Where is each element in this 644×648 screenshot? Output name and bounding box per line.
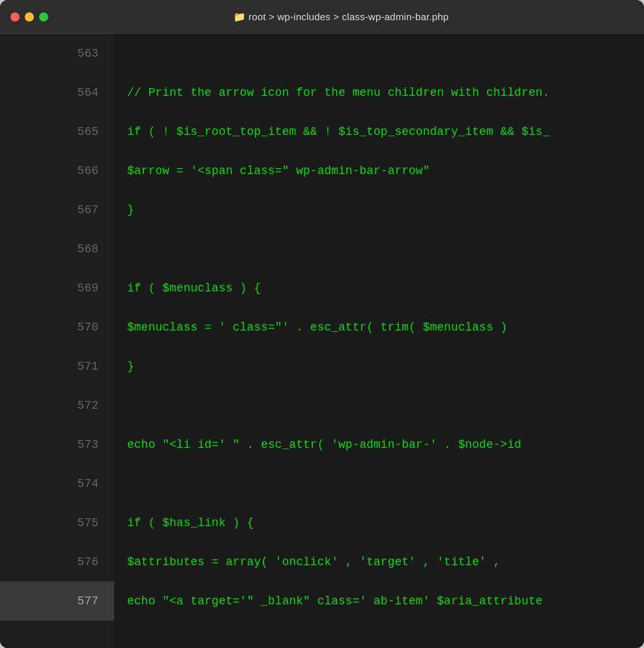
line-number: 575: [0, 503, 114, 542]
line-number: 571: [0, 347, 114, 386]
editor-window: 📁 root > wp-includes > class-wp-admin-ba…: [0, 0, 644, 648]
code-line: [127, 386, 644, 425]
code-line: echo "<li id=' " . esc_attr( 'wp-admin-b…: [127, 425, 644, 464]
close-button[interactable]: [10, 12, 20, 22]
line-number: 574: [0, 464, 114, 503]
line-number: 565: [0, 112, 114, 151]
code-line: if ( ! $is_root_top_item && ! $is_top_se…: [127, 112, 644, 151]
code-line: $attributes = array( 'onclick' , 'target…: [127, 542, 644, 582]
line-number: 564: [0, 73, 114, 112]
line-number: 567: [0, 190, 114, 229]
line-numbers-panel: 5635645655665675685695705715725735745755…: [0, 34, 114, 648]
line-number: 573: [0, 425, 114, 464]
line-number: 566: [0, 151, 114, 190]
code-line: if ( $has_link ) {: [127, 503, 644, 542]
titlebar: 📁 root > wp-includes > class-wp-admin-ba…: [0, 0, 644, 34]
editor-container: 5635645655665675685695705715725735745755…: [0, 34, 644, 648]
folder-icon: 📁: [233, 11, 246, 22]
line-number: 577: [0, 582, 114, 621]
code-line: [127, 464, 644, 503]
line-number: 572: [0, 386, 114, 425]
code-line: $menuclass = ' class="' . esc_attr( trim…: [127, 308, 644, 347]
maximize-button[interactable]: [39, 12, 48, 22]
window-title-text: root > wp-includes > class-wp-admin-bar.…: [248, 11, 448, 22]
code-line: // Print the arrow icon for the menu chi…: [127, 73, 644, 112]
line-number: 568: [0, 229, 114, 269]
code-line: echo "<a target='" _blank" class=' ab-it…: [127, 582, 644, 621]
code-line: $arrow = '<span class=" wp-admin-bar-arr…: [127, 151, 644, 190]
line-number: 576: [0, 542, 114, 582]
code-area[interactable]: // Print the arrow icon for the menu chi…: [114, 34, 644, 648]
line-number: 569: [0, 269, 114, 308]
code-line: if ( $menuclass ) {: [127, 269, 644, 308]
line-number: 570: [0, 308, 114, 347]
minimize-button[interactable]: [25, 12, 34, 22]
code-line: }: [127, 190, 644, 229]
line-number: 563: [0, 34, 114, 73]
code-line: [127, 34, 644, 73]
code-line: }: [127, 347, 644, 386]
code-line: [127, 229, 644, 269]
traffic-lights[interactable]: [10, 12, 48, 22]
window-title: 📁 root > wp-includes > class-wp-admin-ba…: [48, 11, 634, 23]
